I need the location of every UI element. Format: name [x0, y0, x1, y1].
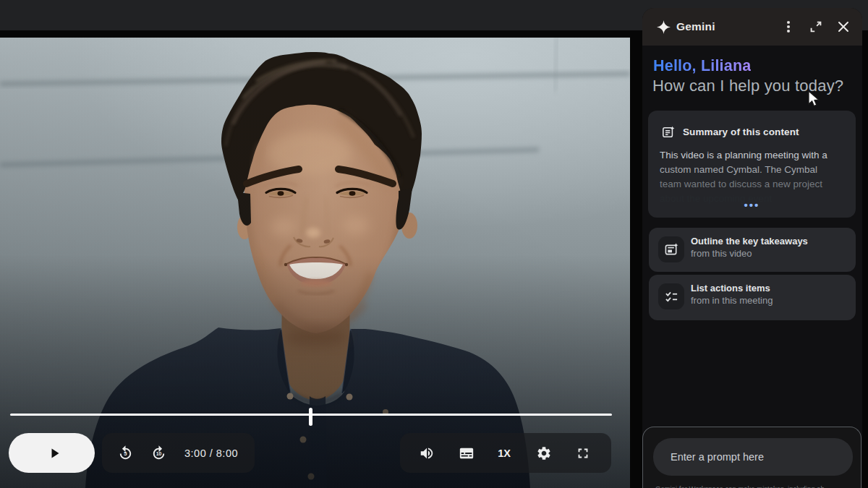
svg-text:5: 5 — [124, 450, 127, 457]
svg-text:10: 10 — [156, 451, 161, 456]
